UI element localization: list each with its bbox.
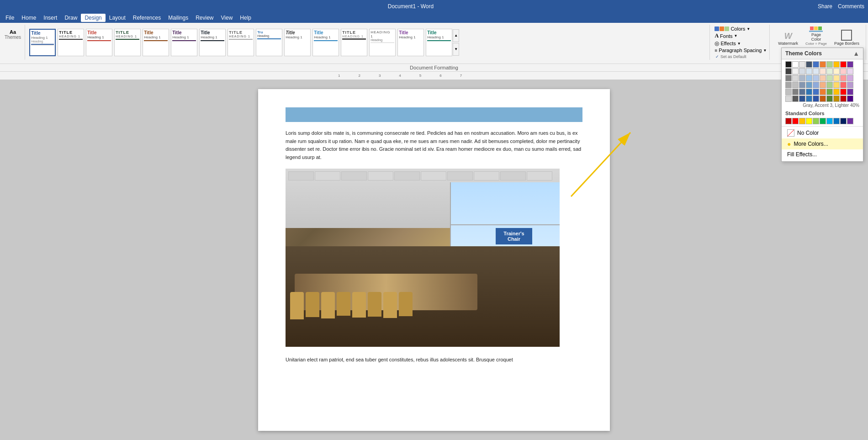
themes-button[interactable]: Aa Themes — [2, 25, 25, 60]
color-swatch[interactable] — [792, 68, 799, 74]
color-swatch[interactable] — [799, 82, 805, 88]
theme-thumb-13[interactable]: HEADING 1 Heading — [369, 29, 396, 56]
color-swatch[interactable] — [792, 82, 799, 88]
color-swatch[interactable] — [833, 95, 840, 102]
watermark-button[interactable]: W Watermark — [775, 31, 801, 47]
menu-help[interactable]: Help — [236, 14, 255, 22]
theme-thumb-2[interactable]: TITLE HEADING 1 — [58, 29, 84, 56]
color-swatch[interactable] — [826, 95, 833, 102]
color-swatch[interactable] — [806, 75, 812, 81]
color-swatch[interactable] — [792, 95, 799, 102]
fill-effects-option[interactable]: Fill Effects... — [782, 149, 863, 159]
themes-scroll-up[interactable]: ▲ — [453, 29, 459, 42]
color-swatch[interactable] — [806, 82, 812, 88]
menu-references[interactable]: References — [129, 14, 164, 22]
std-color-swatch[interactable] — [799, 118, 805, 124]
theme-thumb-14[interactable]: Title Heading 1 — [397, 29, 424, 56]
comments-button[interactable]: Comments — [838, 3, 864, 10]
color-swatch[interactable] — [792, 89, 799, 95]
color-swatch[interactable] — [806, 68, 812, 74]
set-as-default-btn[interactable]: ✓ Set as Default — [715, 54, 746, 59]
effects-button[interactable]: ◎ Effects ▼ — [715, 40, 767, 47]
paragraph-spacing-button[interactable]: ≡ Paragraph Spacing ▼ — [715, 47, 767, 53]
color-swatch[interactable] — [847, 89, 853, 95]
color-swatch[interactable] — [799, 89, 805, 95]
color-swatch[interactable] — [813, 61, 819, 68]
color-swatch[interactable] — [813, 89, 819, 95]
menu-layout[interactable]: Layout — [106, 14, 129, 22]
color-swatch[interactable] — [847, 82, 853, 88]
color-swatch[interactable] — [785, 82, 792, 88]
color-swatch[interactable] — [840, 68, 847, 74]
color-swatch[interactable] — [826, 68, 833, 74]
color-swatch[interactable] — [833, 82, 840, 88]
color-swatch[interactable] — [785, 95, 792, 102]
color-swatch[interactable] — [847, 68, 853, 74]
color-swatch[interactable] — [806, 95, 812, 102]
menu-review[interactable]: Review — [192, 14, 217, 22]
color-swatch[interactable] — [820, 95, 826, 102]
colors-button[interactable]: Colors ▼ — [715, 26, 767, 32]
color-swatch[interactable] — [826, 82, 833, 88]
panel-close-button[interactable]: ▲ — [853, 50, 859, 57]
std-color-swatch[interactable] — [840, 118, 847, 124]
themes-scroll-down[interactable]: ▼ — [453, 43, 459, 56]
std-color-swatch[interactable] — [785, 118, 792, 124]
color-swatch[interactable] — [820, 75, 826, 81]
menu-file[interactable]: File — [2, 14, 18, 22]
no-color-option[interactable]: No Color — [782, 127, 863, 138]
color-swatch[interactable] — [840, 61, 847, 68]
more-colors-option[interactable]: ● More Colors... — [782, 138, 863, 149]
color-swatch[interactable] — [785, 89, 792, 95]
std-color-swatch[interactable] — [847, 118, 853, 124]
std-color-swatch[interactable] — [813, 118, 819, 124]
color-swatch[interactable] — [840, 82, 847, 88]
theme-thumb-4[interactable]: TITLE HEADING 1 — [114, 29, 141, 56]
color-swatch[interactable] — [785, 68, 792, 74]
share-button[interactable]: Share — [818, 3, 832, 10]
theme-thumb-11[interactable]: Title Heading 1 — [312, 29, 339, 56]
menu-design[interactable]: Design — [81, 14, 105, 22]
color-swatch[interactable] — [792, 61, 799, 68]
theme-thumb-10[interactable]: Title Heading 1 — [284, 29, 311, 56]
page-color-button[interactable]: Page Color Color = Page — [803, 26, 830, 47]
color-swatch[interactable] — [847, 75, 853, 81]
color-swatch[interactable] — [799, 75, 805, 81]
color-swatch[interactable] — [799, 95, 805, 102]
color-swatch[interactable] — [833, 89, 840, 95]
color-swatch[interactable] — [820, 82, 826, 88]
page-borders-button[interactable]: Page Borders — [831, 29, 862, 47]
color-swatch[interactable] — [826, 89, 833, 95]
theme-thumb-5[interactable]: Title Heading 1 — [143, 29, 169, 56]
theme-thumb-15[interactable]: Title Heading 1 — [426, 29, 452, 56]
theme-thumb-8[interactable]: TITLE HEADING 1 — [228, 29, 254, 56]
menu-draw[interactable]: Draw — [61, 14, 81, 22]
color-swatch[interactable] — [813, 68, 819, 74]
theme-thumb-12[interactable]: TITLE HEADING 1 — [341, 29, 367, 56]
theme-thumb-7[interactable]: Title Heading 1 — [199, 29, 226, 56]
theme-thumb-1[interactable]: Title Heading 1 Heading — [29, 29, 56, 56]
color-swatch[interactable] — [785, 75, 792, 81]
color-swatch[interactable] — [833, 75, 840, 81]
color-swatch[interactable] — [840, 89, 847, 95]
color-swatch[interactable] — [820, 68, 826, 74]
menu-mailings[interactable]: Mailings — [164, 14, 192, 22]
std-color-swatch[interactable] — [792, 118, 799, 124]
menu-home[interactable]: Home — [18, 14, 40, 22]
color-swatch[interactable] — [840, 95, 847, 102]
std-color-swatch[interactable] — [820, 118, 826, 124]
std-color-swatch[interactable] — [833, 118, 840, 124]
color-swatch[interactable] — [820, 89, 826, 95]
color-swatch[interactable] — [820, 61, 826, 68]
menu-view[interactable]: View — [217, 14, 237, 22]
std-color-swatch[interactable] — [826, 118, 833, 124]
color-swatch[interactable] — [799, 61, 805, 68]
color-swatch[interactable] — [806, 61, 812, 68]
fonts-button[interactable]: A Fonts ▼ — [715, 32, 767, 40]
menu-insert[interactable]: Insert — [40, 14, 61, 22]
color-swatch[interactable] — [813, 95, 819, 102]
color-swatch[interactable] — [785, 61, 792, 68]
color-swatch[interactable] — [847, 61, 853, 68]
theme-thumb-6[interactable]: Title Heading 1 — [171, 29, 197, 56]
color-swatch[interactable] — [826, 75, 833, 81]
